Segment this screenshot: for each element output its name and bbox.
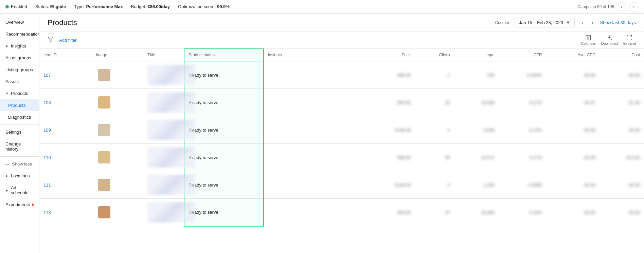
page-header: Products Custom Jan 15 – Feb 28, 2023 ▼ … (39, 14, 644, 32)
type-info: Type: Performance Max (74, 4, 123, 9)
layout: Overview Recommendations ► Insights Asse… (0, 14, 644, 253)
impr-value: 16,066 (481, 210, 495, 215)
sidebar-label-locations: Locations (11, 173, 30, 178)
download-button[interactable]: Download (601, 35, 618, 45)
clicks-value: 4 (447, 182, 450, 188)
main-content: Products Custom Jan 15 – Feb 28, 2023 ▼ … (39, 14, 644, 253)
sidebar-item-experiments[interactable]: Experiments (0, 199, 39, 211)
product-image (96, 149, 113, 166)
sidebar-divider-2 (0, 156, 39, 157)
sidebar-label-products-sub: Products (8, 103, 25, 108)
products-expand-icon: ▼ (5, 92, 9, 95)
sidebar-item-locations[interactable]: ► Locations (0, 170, 39, 182)
cell-avg-cpc: €0.47 (546, 89, 600, 116)
add-filter-button[interactable]: Add filter (56, 36, 79, 44)
sidebar-item-products[interactable]: ▼ Products (0, 87, 39, 99)
cell-title (143, 144, 184, 171)
cell-impr: 1,200 (454, 171, 499, 199)
col-impr: Impr. (454, 49, 499, 61)
cell-title (143, 61, 184, 89)
ctr-value: 0.0895 (529, 182, 542, 188)
cell-price: €65.00 (365, 89, 415, 116)
sidebar-item-listing-groups[interactable]: Listing groups (0, 64, 39, 76)
item-id-value[interactable]: 111 (43, 182, 51, 188)
sidebar-item-show-less[interactable]: — Show less (0, 158, 39, 170)
date-range-selector[interactable]: Jan 15 – Feb 28, 2023 ▼ (515, 18, 575, 27)
table-body: 107Ready to serve€86.0012360.424%€0.00€0… (39, 61, 644, 226)
col-product-status: Product status (184, 49, 263, 61)
sidebar-label-insights: Insights (11, 43, 26, 48)
sidebar-item-assets[interactable]: Assets (0, 76, 39, 87)
columns-button[interactable]: Columns (581, 35, 595, 45)
product-image (96, 176, 113, 193)
optimization-label: Optimization score: (178, 4, 216, 9)
cell-ctr: 0.0895 (499, 171, 546, 199)
status-info: Status: Eligible (35, 4, 66, 9)
sidebar-item-overview[interactable]: Overview (0, 16, 39, 28)
date-prev-button[interactable]: ‹ (580, 18, 585, 27)
cell-price: €86.00 (365, 144, 415, 171)
sidebar-label-overview: Overview (5, 20, 24, 25)
sidebar-item-change-history[interactable]: Change history (0, 138, 39, 155)
cell-clicks: 35 (415, 144, 454, 171)
page-title: Products (48, 18, 490, 27)
clicks-value: 36 (445, 100, 450, 105)
sidebar-item-products-sub[interactable]: Products (0, 99, 39, 111)
item-id-value[interactable]: 113 (43, 210, 51, 215)
columns-label: Columns (581, 41, 595, 45)
sidebar-item-asset-groups[interactable]: Asset groups (0, 52, 39, 64)
optimization-value: 99.9% (217, 4, 230, 9)
sidebar-label-ad-schedule: Ad schedule (11, 185, 34, 195)
cell-clicks: 4 (415, 171, 454, 199)
show-last-button[interactable]: Show last 30 days (600, 20, 636, 25)
sidebar: Overview Recommendations ► Insights Asse… (0, 14, 39, 253)
prev-campaign-button[interactable]: ‹ (617, 2, 626, 12)
date-range-value: Jan 15 – Feb 28, 2023 (519, 20, 563, 25)
cell-image (92, 61, 143, 89)
item-id-value[interactable]: 108 (43, 100, 51, 105)
title-blur (147, 65, 195, 85)
col-cost: Cost (600, 49, 644, 61)
expand-button[interactable]: Expand (623, 35, 636, 45)
cell-impr: 16,069 (454, 89, 499, 116)
avg-cpc-value: €0.00 (584, 182, 595, 188)
cell-item-id: 110 (39, 144, 92, 171)
budget-value: €86.00/day (147, 4, 170, 9)
impr-value: 13,071 (481, 155, 495, 160)
title-blur (147, 202, 195, 222)
item-id-value[interactable]: 107 (43, 73, 51, 78)
cell-ctr: 0.30% (499, 199, 546, 226)
campaign-info: Campaign 59 of 198 (577, 4, 614, 9)
cell-cost: €13.00 (600, 144, 644, 171)
filter-icon[interactable] (48, 36, 54, 44)
cell-ctr: 0.17% (499, 144, 546, 171)
sidebar-item-ad-schedule[interactable]: ► Ad schedule (0, 182, 39, 199)
sidebar-item-insights[interactable]: ► Insights (0, 40, 39, 52)
title-blur (147, 120, 195, 140)
sidebar-item-diagnostics[interactable]: Diagnostics (0, 111, 39, 123)
avg-cpc-value: €0.00 (584, 128, 595, 133)
cell-image (92, 116, 143, 144)
impr-value: 1,200 (483, 182, 495, 188)
cell-avg-cpc: €0.00 (546, 61, 600, 89)
avg-cpc-value: €0.00 (584, 155, 595, 160)
cell-product-status: Ready to serve (184, 199, 263, 226)
status-value: Eligible (50, 4, 66, 9)
sidebar-item-settings[interactable]: Settings (0, 126, 39, 138)
col-avg-cpc: Avg. CPC (546, 49, 600, 61)
sidebar-label-listing-groups: Listing groups (5, 67, 33, 72)
table-container: Item ID ↑ Image Title Product status Ins… (39, 48, 644, 253)
sidebar-item-recommendations[interactable]: Recommendations (0, 28, 39, 40)
budget-info: Budget: €86.00/day (131, 4, 170, 9)
item-id-value[interactable]: 110 (43, 155, 51, 160)
item-id-value[interactable]: 109 (43, 128, 51, 133)
date-next-button[interactable]: › (590, 18, 594, 27)
next-campaign-button[interactable]: › (629, 2, 639, 12)
col-clicks: Clicks (415, 49, 454, 61)
sidebar-label-show-less: Show less (12, 161, 32, 167)
col-ctr: CTR (499, 49, 546, 61)
cell-item-id: 108 (39, 89, 92, 116)
cost-value: €0.00 (629, 128, 640, 133)
avg-cpc-value: €0.00 (584, 73, 595, 78)
toolbar-right: Columns Download Expand (581, 35, 636, 45)
